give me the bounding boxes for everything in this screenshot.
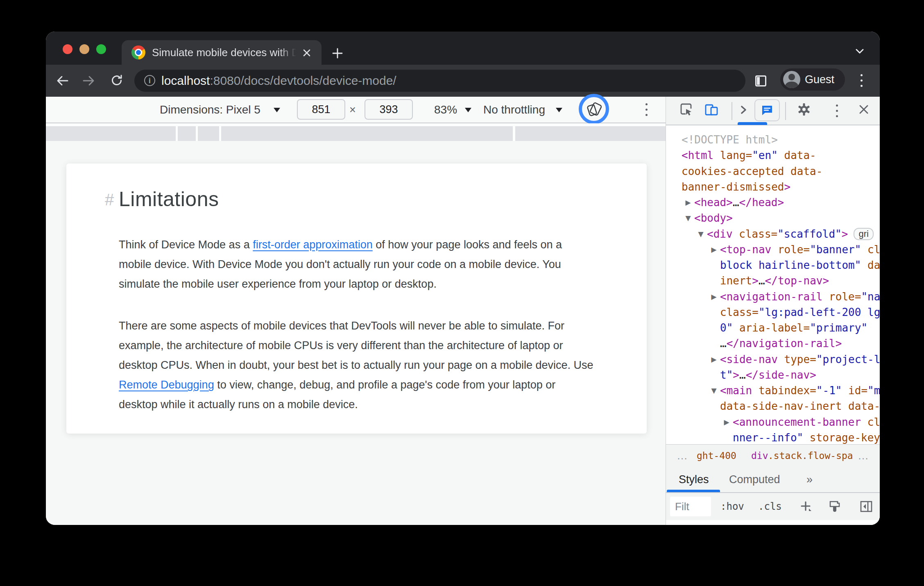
dom-tree-line[interactable]: data-side-nav-inert data-s xyxy=(720,398,880,414)
expand-arrow-icon[interactable]: ▶ xyxy=(709,242,718,257)
devtools-panel: <!DOCTYPE html><html lang="en" data-cook… xyxy=(666,97,880,525)
reload-button[interactable] xyxy=(111,74,123,86)
traffic-light-close[interactable] xyxy=(63,44,72,54)
expand-arrow-icon[interactable]: ▶ xyxy=(722,414,731,430)
console-chat-icon xyxy=(761,104,773,116)
breadcrumb-item[interactable]: div xyxy=(751,445,768,467)
throttling-select[interactable]: No throttling xyxy=(483,103,545,116)
browser-tab[interactable]: Simulate mobile devices with D xyxy=(122,40,322,65)
dom-tree-line[interactable]: inert>…</top-nav> xyxy=(720,273,829,288)
text-segment: <div xyxy=(707,228,733,240)
devtools-menu-icon[interactable] xyxy=(831,100,842,122)
breadcrumb-item[interactable]: .stack.flow-spa xyxy=(768,445,853,467)
breadcrumb-item[interactable]: … xyxy=(858,445,869,467)
site-info-icon[interactable]: i xyxy=(144,75,155,86)
pseudo-class-toggle[interactable]: :hov xyxy=(720,493,744,520)
page-viewport: # Limitations Think of Device Mode as a … xyxy=(46,141,666,525)
collapse-arrow-icon[interactable]: ▼ xyxy=(709,383,718,398)
back-button[interactable] xyxy=(57,75,69,87)
dom-tree-line[interactable]: ▼<body> xyxy=(694,210,733,226)
dom-tree-line[interactable]: ▼<main tabindex="-1" id="main xyxy=(720,383,880,398)
settings-gear-icon[interactable] xyxy=(797,102,811,117)
device-height-input[interactable]: 393 xyxy=(365,99,413,120)
new-style-rule-icon[interactable] xyxy=(799,500,814,514)
profile-button[interactable]: Guest xyxy=(780,68,845,91)
device-width-input[interactable]: 851 xyxy=(297,99,345,120)
heading-anchor-hash[interactable]: # xyxy=(105,191,114,208)
dom-tree-line[interactable]: cookies-accepted data- xyxy=(682,164,822,179)
url-field[interactable]: i localhost:8080/docs/devtools/device-mo… xyxy=(134,70,745,92)
zoom-select[interactable]: 83% xyxy=(434,103,457,116)
breadcrumb-item[interactable]: ght-400 xyxy=(697,445,736,467)
dom-tree-line[interactable]: class="lg:pad-left-200 lg:pad xyxy=(720,304,880,320)
dom-tree-line[interactable]: ▶<side-nav type="project-lis xyxy=(720,352,880,367)
expand-arrow-icon[interactable]: ▶ xyxy=(709,289,718,304)
text-segment: </side-nav> xyxy=(746,369,816,381)
text-segment: "primary" xyxy=(810,322,867,334)
new-tab-button[interactable] xyxy=(331,47,344,59)
dom-tree-line[interactable]: <!DOCTYPE html> xyxy=(682,132,778,148)
dom-tree-line[interactable]: banner-dismissed> xyxy=(682,179,790,195)
text-segment: > xyxy=(842,228,848,240)
collapse-arrow-icon[interactable]: ▼ xyxy=(684,210,693,226)
rendering-brush-icon[interactable] xyxy=(828,499,842,514)
text-segment: </head> xyxy=(739,196,784,209)
tab-computed[interactable]: Computed xyxy=(729,467,780,492)
url-host: localhost xyxy=(161,74,210,87)
inline-link[interactable]: Remote Debugging xyxy=(119,379,214,391)
more-tabs-icon[interactable]: » xyxy=(806,467,813,492)
dom-tree-line[interactable]: …</navigation-rail> xyxy=(720,336,842,351)
inline-link[interactable]: first-order approximation xyxy=(253,238,373,251)
paragraph-line: mobile device. With Device Mode you don'… xyxy=(119,254,562,274)
class-toggle[interactable]: .cls xyxy=(758,493,782,520)
devtools-close-icon[interactable] xyxy=(856,102,871,117)
ruler-segment xyxy=(178,126,196,141)
grid-badge[interactable]: gri xyxy=(854,228,873,240)
dimensions-select[interactable]: Dimensions: Pixel 5 xyxy=(160,103,260,116)
toggle-device-toolbar-icon[interactable] xyxy=(704,102,719,117)
forward-button[interactable] xyxy=(82,75,95,87)
dom-tree-line[interactable]: ▼<div class="scaffold">gri xyxy=(707,226,874,242)
dom-tree-line[interactable]: <html lang="en" data- xyxy=(682,148,816,163)
dom-tree-line[interactable]: 0" aria-label="primary" xyxy=(720,320,867,336)
sidebar-toggle-icon[interactable] xyxy=(860,500,873,513)
inspect-element-icon[interactable] xyxy=(679,102,693,117)
dom-tree-line[interactable]: ▶<announcement-banner cl xyxy=(733,414,880,430)
expand-arrow-icon[interactable]: ▶ xyxy=(709,352,718,367)
styles-filter-input[interactable]: Filt xyxy=(670,497,711,516)
text-segment: data- xyxy=(778,149,816,161)
text-segment: <!DOCTYPE html> xyxy=(682,134,778,146)
device-toolbar-menu-icon[interactable] xyxy=(641,99,652,120)
dom-tree-line[interactable]: ▶<top-nav role="banner" class="display- xyxy=(720,242,880,257)
device-toolbar: Dimensions: Pixel 5 851 × 393 83% No thr… xyxy=(46,97,666,123)
console-tab[interactable] xyxy=(754,99,780,121)
text-segment: type= xyxy=(778,353,816,366)
dom-tree-line[interactable]: t">…</side-nav> xyxy=(720,367,816,383)
tab-styles[interactable]: Styles xyxy=(679,467,709,492)
tab-close-icon[interactable] xyxy=(300,46,313,59)
traffic-light-zoom[interactable] xyxy=(96,44,106,54)
tab-search-chevron-icon[interactable] xyxy=(854,46,865,56)
text-segment: t" xyxy=(720,369,733,381)
browser-menu-icon[interactable] xyxy=(856,70,867,91)
text-segment: storage-key xyxy=(803,432,880,444)
traffic-light-minimize[interactable] xyxy=(79,44,89,54)
panel-tabs-chevron-icon[interactable] xyxy=(740,104,748,116)
dom-tree-line[interactable]: ▶<navigation-rail role="navigation" xyxy=(720,289,880,304)
text-segment: "main xyxy=(867,384,880,397)
text-segment: class= xyxy=(861,243,880,256)
expand-arrow-icon[interactable]: ▶ xyxy=(684,195,693,210)
dom-tree-line[interactable]: block hairline-bottom" data-m xyxy=(720,257,880,273)
dom-tree-line[interactable]: nner--info" storage-key xyxy=(733,430,880,444)
dom-tree-line[interactable]: ▶<head>…</head> xyxy=(694,195,784,210)
text-segment: … xyxy=(733,196,739,209)
text-segment: <announcement-banner xyxy=(733,416,861,428)
text-segment: <html xyxy=(682,149,713,161)
address-bar: i localhost:8080/docs/devtools/device-mo… xyxy=(46,65,880,97)
styles-tab-underline xyxy=(667,490,720,492)
collapse-arrow-icon[interactable]: ▼ xyxy=(696,226,705,242)
dimensions-caret-icon xyxy=(274,108,280,112)
breadcrumb-item[interactable]: … xyxy=(677,445,688,467)
side-panel-icon[interactable] xyxy=(755,75,766,86)
ruler-segment xyxy=(198,126,219,141)
